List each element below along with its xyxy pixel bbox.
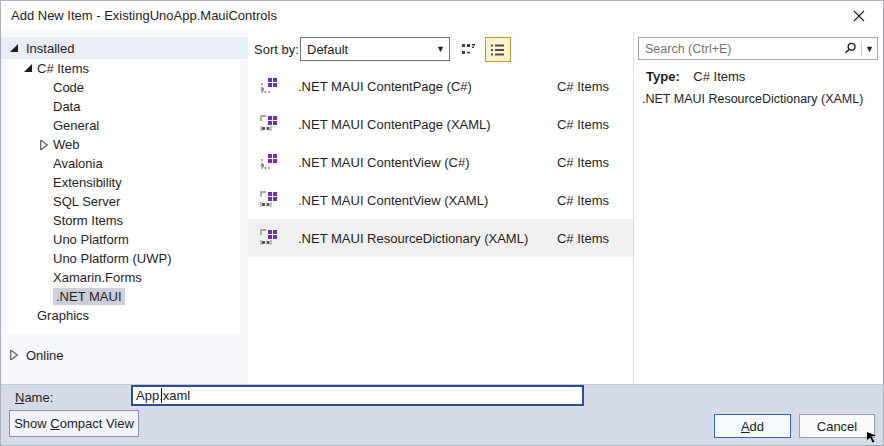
tree-item-label-selected: .NET MAUI	[53, 288, 125, 305]
tree-item-label: General	[53, 118, 99, 133]
tree-item-label: Web	[53, 137, 80, 152]
tree-item-storm-items[interactable]: Storm Items	[7, 211, 240, 230]
template-name: .NET MAUI ContentView (XAML)	[298, 193, 549, 208]
name-label: Name:	[15, 390, 53, 405]
template-type-row: Type: C# Items	[646, 69, 745, 84]
maui-contentpage-csharp-icon	[260, 77, 278, 95]
tree-item-label: Code	[53, 80, 84, 95]
maui-resourcedictionary-xaml-icon	[260, 229, 278, 247]
chevron-down-icon: ▼	[432, 44, 449, 54]
name-value: App.xaml	[136, 388, 190, 403]
category-panel: Installed C# Items Code Data General Web…	[1, 31, 248, 384]
add-button[interactable]: Add	[714, 414, 791, 438]
tree-item-uno-platform-uwp[interactable]: Uno Platform (UWP)	[7, 249, 240, 268]
tree-item-code[interactable]: Code	[7, 78, 240, 97]
name-input[interactable]: App.xaml	[131, 385, 584, 406]
template-row-selected[interactable]: .NET MAUI ResourceDictionary (XAML) C# I…	[248, 219, 633, 257]
tree-group-installed[interactable]: Installed	[1, 37, 248, 59]
tree-group-online[interactable]: Online	[1, 345, 64, 365]
tree-item-web[interactable]: Web	[7, 135, 240, 154]
template-type: C# Items	[557, 155, 609, 170]
type-value: C# Items	[693, 69, 745, 84]
tree-group-label: Installed	[26, 41, 74, 56]
add-new-item-dialog: Add New Item - ExistingUnoApp.MauiContro…	[0, 0, 884, 446]
search-icon	[839, 42, 861, 55]
tree-item-label: C# Items	[37, 61, 89, 76]
expanded-arrow-icon	[9, 44, 19, 53]
sort-by-value: Default	[301, 42, 432, 57]
tree-item-label: Extensibility	[53, 175, 122, 190]
tree-item-xamarin-forms[interactable]: Xamarin.Forms	[7, 268, 240, 287]
tree-item-graphics[interactable]: Graphics	[7, 306, 240, 325]
template-list-panel: Sort by: Default ▼ .NET MAUI ContentPage…	[248, 31, 633, 384]
show-compact-view-button[interactable]: Show Compact View	[9, 410, 139, 437]
tree-item-avalonia[interactable]: Avalonia	[7, 154, 240, 173]
text-caret	[161, 388, 162, 403]
maui-contentpage-xaml-icon	[260, 115, 278, 133]
show-compact-view-label: Show Compact View	[14, 416, 134, 431]
cancel-button[interactable]: Cancel	[799, 414, 875, 438]
mouse-cursor-icon	[866, 431, 877, 443]
maui-contentview-xaml-icon	[260, 191, 278, 209]
tree-item-uno-platform[interactable]: Uno Platform	[7, 230, 240, 249]
maui-contentview-csharp-icon	[260, 153, 278, 171]
close-button[interactable]	[847, 6, 871, 26]
small-icons-view-icon	[462, 44, 476, 56]
list-view-button-selected[interactable]	[485, 37, 511, 62]
template-type: C# Items	[557, 117, 609, 132]
template-type: C# Items	[557, 193, 609, 208]
template-list: .NET MAUI ContentPage (C#) C# Items .NET…	[248, 67, 633, 257]
template-name: .NET MAUI ContentPage (C#)	[298, 79, 549, 94]
template-description: .NET MAUI ResourceDictionary (XAML)	[642, 92, 863, 106]
tree-item-general[interactable]: General	[7, 116, 240, 135]
template-row[interactable]: .NET MAUI ContentPage (XAML) C# Items	[248, 105, 633, 143]
collapsed-arrow-icon	[39, 140, 49, 150]
title-bar: Add New Item - ExistingUnoApp.MauiContro…	[1, 1, 883, 31]
sort-by-label: Sort by:	[254, 42, 299, 57]
close-icon	[853, 10, 865, 22]
tree-item-label: Data	[53, 99, 80, 114]
template-type: C# Items	[557, 79, 609, 94]
add-label: Add	[741, 419, 764, 434]
tree-item-dotnet-maui[interactable]: .NET MAUI	[7, 287, 240, 306]
collapsed-arrow-icon	[9, 350, 19, 360]
small-icons-view-button[interactable]	[457, 39, 481, 61]
list-view-icon	[491, 44, 505, 56]
expanded-arrow-icon	[23, 64, 33, 73]
tree-item-label: SQL Server	[53, 194, 120, 209]
tree-item-label: Storm Items	[53, 213, 123, 228]
sort-by-dropdown[interactable]: Default ▼	[300, 37, 450, 61]
tree-item-label: Avalonia	[53, 156, 103, 171]
dialog-title: Add New Item - ExistingUnoApp.MauiContro…	[11, 8, 277, 23]
tree-item-extensibility[interactable]: Extensibility	[7, 173, 240, 192]
category-tree: C# Items Code Data General Web Avalonia …	[7, 59, 240, 335]
template-row[interactable]: .NET MAUI ContentPage (C#) C# Items	[248, 67, 633, 105]
tree-item-label: Uno Platform (UWP)	[53, 251, 171, 266]
tree-group-label: Online	[26, 348, 64, 363]
tree-item-label: Xamarin.Forms	[53, 270, 142, 285]
detail-panel: ▼ Type: C# Items .NET MAUI ResourceDicti…	[634, 31, 883, 384]
tree-item-label: Uno Platform	[53, 232, 129, 247]
search-input[interactable]	[639, 42, 839, 56]
tree-item-label: Graphics	[37, 308, 89, 323]
template-name: .NET MAUI ContentPage (XAML)	[298, 117, 549, 132]
template-row[interactable]: .NET MAUI ContentView (C#) C# Items	[248, 143, 633, 181]
template-row[interactable]: .NET MAUI ContentView (XAML) C# Items	[248, 181, 633, 219]
tree-item-csharp-items[interactable]: C# Items	[7, 59, 240, 78]
search-box: ▼	[638, 37, 878, 60]
footer-bar: Name: App.xaml Show Compact View Add Can…	[1, 384, 883, 445]
cancel-label: Cancel	[817, 419, 857, 434]
tree-item-data[interactable]: Data	[7, 97, 240, 116]
type-label: Type:	[646, 69, 680, 84]
template-name: .NET MAUI ContentView (C#)	[298, 155, 549, 170]
template-name: .NET MAUI ResourceDictionary (XAML)	[298, 231, 549, 246]
template-type: C# Items	[557, 231, 609, 246]
tree-item-sql-server[interactable]: SQL Server	[7, 192, 240, 211]
search-options-dropdown[interactable]: ▼	[862, 44, 877, 54]
